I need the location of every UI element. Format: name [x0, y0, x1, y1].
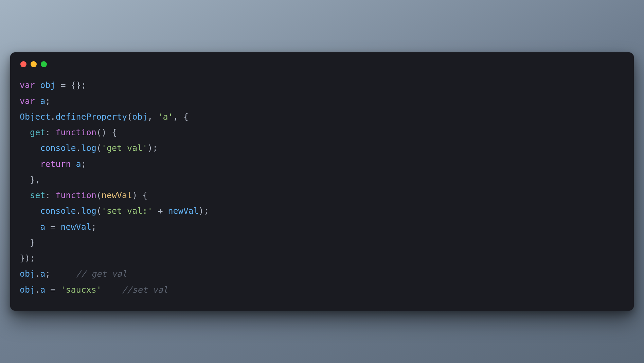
window-controls — [20, 60, 624, 67]
code-block: var obj = {}; var a; Object.defineProper… — [20, 77, 624, 298]
zoom-icon[interactable] — [41, 61, 47, 67]
code-window: var obj = {}; var a; Object.defineProper… — [10, 52, 634, 311]
close-icon[interactable] — [20, 61, 26, 67]
minimize-icon[interactable] — [31, 61, 37, 67]
